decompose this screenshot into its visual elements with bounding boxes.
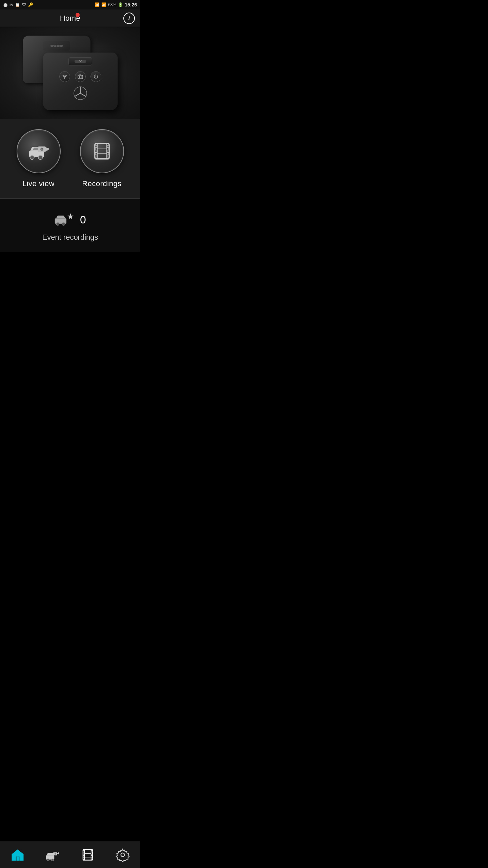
svg-line-17 [80, 93, 86, 96]
svg-rect-28 [95, 155, 97, 157]
dot-icon-1: ⬤ [3, 3, 7, 7]
main-buttons-section: Live view Recordin [0, 119, 140, 199]
recording-indicator [76, 13, 80, 17]
svg-point-20 [38, 155, 42, 159]
device-front-top-button [68, 57, 92, 65]
recordings-icon [90, 139, 114, 163]
device-front-buttons [59, 71, 101, 82]
live-view-icon [27, 139, 50, 163]
svg-point-38 [62, 222, 65, 225]
wifi-button [59, 71, 70, 82]
status-right-icons: 📶 📶 68% 🔋 15:26 [95, 2, 137, 7]
gmail-icon: ✉ [9, 2, 13, 7]
svg-marker-23 [46, 147, 49, 151]
wifi-icon: 📶 [95, 2, 100, 7]
battery-percent: 68% [108, 2, 116, 7]
svg-point-37 [56, 222, 59, 225]
live-view-button[interactable]: Live view [17, 129, 61, 188]
live-view-label: Live view [22, 179, 55, 188]
key-icon: 🔑 [28, 2, 33, 7]
mercedes-star-front [73, 86, 87, 103]
status-left-icons: ⬤ ✉ 📋 🛡 🔑 [3, 2, 33, 7]
header: Home i [0, 9, 140, 27]
recordings-circle [80, 129, 124, 173]
info-button[interactable]: i [123, 13, 135, 24]
device-front [43, 53, 118, 110]
svg-rect-29 [107, 145, 109, 148]
svg-point-10 [64, 78, 65, 79]
recordings-label: Recordings [82, 179, 121, 188]
svg-point-12 [79, 76, 81, 78]
device-image-section [0, 27, 140, 119]
device-container [16, 32, 124, 114]
svg-point-13 [82, 76, 82, 76]
event-row: 0 [54, 212, 86, 228]
recordings-button[interactable]: Recordings [80, 129, 124, 188]
svg-rect-30 [107, 150, 109, 153]
svg-point-24 [41, 149, 42, 150]
svg-rect-26 [95, 145, 97, 148]
battery-icon: 🔋 [118, 2, 123, 7]
collision-icon [54, 212, 75, 228]
svg-rect-31 [107, 155, 109, 157]
svg-line-16 [75, 93, 80, 96]
power-button [90, 71, 101, 82]
status-bar: ⬤ ✉ 📋 🛡 🔑 📶 📶 68% 🔋 15:26 [0, 0, 140, 9]
live-view-circle [17, 129, 61, 173]
clock: 15:26 [125, 2, 137, 7]
event-count: 0 [80, 214, 86, 226]
svg-point-19 [30, 155, 34, 159]
event-section: 0 Event recordings [0, 199, 140, 252]
svg-marker-39 [68, 213, 74, 219]
event-recordings-label: Event recordings [42, 233, 98, 242]
email-icon: 📋 [15, 3, 20, 7]
device-back-button [43, 41, 70, 51]
signal-icon: 📶 [101, 2, 106, 7]
shield-icon: 🛡 [22, 2, 26, 7]
svg-rect-27 [95, 150, 97, 153]
camera-button [75, 71, 86, 82]
